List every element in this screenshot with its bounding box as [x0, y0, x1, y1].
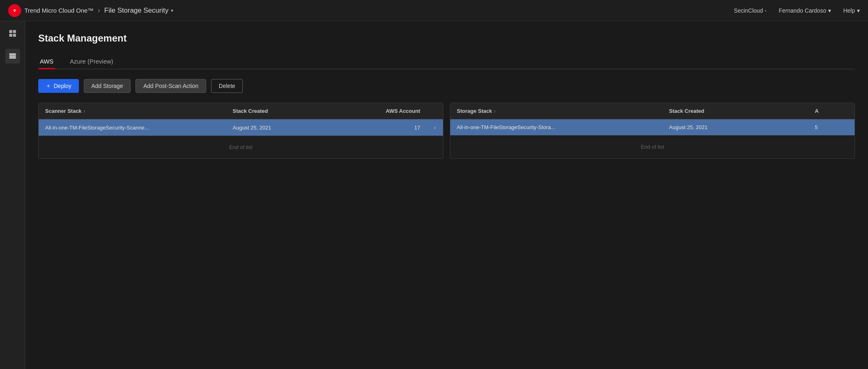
storage-col-extra[interactable]: A — [808, 103, 855, 119]
help-label: Help — [843, 7, 855, 14]
user-name: Fernando Cardoso — [779, 7, 826, 14]
storage-stack-table: Storage Stack ↑ Stack Created A All-in-o… — [450, 103, 855, 159]
user-chevron-icon: ▾ — [828, 7, 831, 14]
delete-button[interactable]: Delete — [211, 79, 243, 93]
scanner-row-account: 17 — [344, 120, 427, 136]
storage-table-header: Storage Stack ↑ Stack Created A — [450, 103, 855, 119]
product-name: File Storage Security — [104, 7, 168, 15]
svg-rect-2 — [9, 30, 12, 33]
scanner-table-header: Scanner Stack ↑ Stack Created AWS Accoun… — [39, 103, 443, 119]
top-nav: Trend Micro Cloud One™ › File Storage Se… — [0, 0, 868, 21]
tab-azure[interactable]: Azure (Preview) — [68, 54, 122, 69]
scanner-col-created[interactable]: Stack Created — [226, 103, 344, 119]
sidebar — [0, 21, 25, 369]
deploy-icon: ＋ — [46, 82, 51, 90]
storage-row-name: All-in-one-TM-FileStorageSecurity-Stora.… — [450, 119, 663, 135]
user-menu[interactable]: Fernando Cardoso ▾ — [779, 7, 831, 14]
svg-rect-7 — [9, 55, 16, 57]
sidebar-item-stacks[interactable] — [5, 49, 20, 64]
storage-row-extra: 5 — [808, 119, 855, 135]
storage-row-created: August 25, 2021 — [663, 119, 809, 135]
table-row[interactable]: All-in-one-TM-FileStorageSecurity-Stora.… — [450, 119, 855, 136]
deploy-button[interactable]: ＋ Deploy — [38, 79, 79, 93]
svg-rect-8 — [9, 57, 16, 59]
tab-aws[interactable]: AWS — [38, 54, 62, 69]
org-name: SecinCloud - — [734, 7, 766, 14]
scanner-col-name[interactable]: Scanner Stack ↑ — [39, 103, 226, 119]
svg-point-1 — [14, 11, 15, 12]
table-row[interactable]: All-in-one-TM-FileStorageSecurity-Scanne… — [39, 119, 443, 136]
nav-logo: Trend Micro Cloud One™ — [8, 4, 94, 17]
svg-rect-6 — [9, 54, 16, 55]
nav-separator: › — [98, 6, 100, 15]
add-storage-button[interactable]: Add Storage — [84, 79, 131, 93]
tables-area: Scanner Stack ↑ Stack Created AWS Accoun… — [38, 103, 855, 159]
scanner-col-chevron-header — [427, 103, 443, 119]
sidebar-item-dashboard[interactable] — [5, 26, 20, 41]
product-selector[interactable]: File Storage Security ▾ — [104, 7, 173, 15]
main-content: Stack Management AWS Azure (Preview) ＋ D… — [25, 21, 868, 369]
tabs-container: AWS Azure (Preview) — [38, 54, 855, 69]
scanner-col-account[interactable]: AWS Account — [344, 103, 427, 119]
row-expand-icon[interactable]: › — [427, 119, 443, 136]
svg-rect-3 — [13, 30, 15, 33]
storage-col-created[interactable]: Stack Created — [663, 103, 809, 119]
deploy-label: Deploy — [54, 83, 72, 89]
scanner-sort-icon: ↑ — [83, 109, 86, 114]
page-title: Stack Management — [38, 33, 855, 44]
scanner-end-of-list: End of list — [39, 136, 443, 158]
storage-end-of-list: End of list — [450, 136, 855, 158]
product-chevron-icon: ▾ — [171, 8, 173, 13]
layout: Stack Management AWS Azure (Preview) ＋ D… — [0, 21, 868, 369]
scanner-row-created: August 25, 2021 — [226, 120, 344, 136]
scanner-stack-table: Scanner Stack ↑ Stack Created AWS Accoun… — [38, 103, 443, 159]
storage-col-name[interactable]: Storage Stack ↑ — [450, 103, 663, 119]
help-menu[interactable]: Help ▾ — [843, 7, 860, 14]
add-postscan-button[interactable]: Add Post-Scan Action — [135, 79, 206, 93]
nav-right: SecinCloud - Fernando Cardoso ▾ Help ▾ — [734, 7, 860, 14]
svg-rect-5 — [13, 34, 15, 37]
trend-micro-logo — [8, 4, 21, 17]
scanner-row-name: All-in-one-TM-FileStorageSecurity-Scanne… — [39, 120, 226, 136]
svg-rect-4 — [9, 34, 12, 37]
help-chevron-icon: ▾ — [857, 7, 860, 14]
storage-sort-icon: ↑ — [494, 109, 496, 114]
toolbar: ＋ Deploy Add Storage Add Post-Scan Actio… — [38, 79, 855, 93]
brand-name: Trend Micro Cloud One™ — [24, 7, 94, 14]
